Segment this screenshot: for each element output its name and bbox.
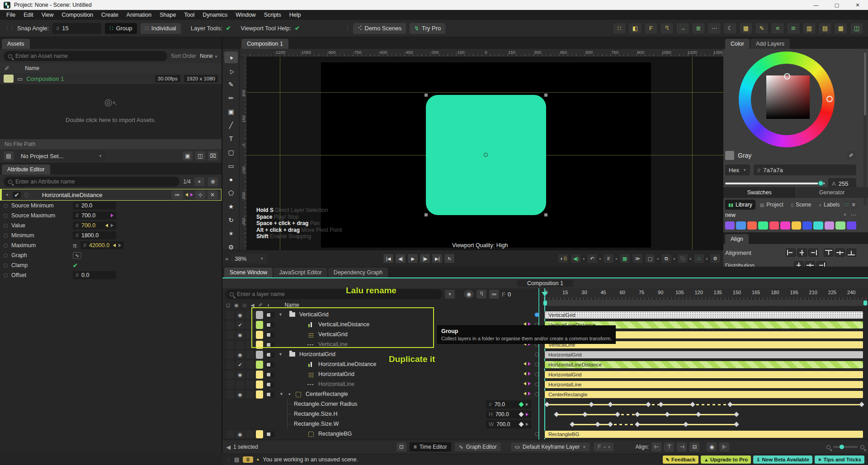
layer-name[interactable]: Rectangle.Size.W	[294, 421, 339, 427]
layer-slot[interactable]	[226, 331, 234, 339]
keyframe-value-field[interactable]: H700.0	[486, 410, 531, 418]
timeline-bar-horizontalgrid[interactable]: HorizontalGrid	[544, 371, 863, 379]
folder-chevron-icon[interactable]: ▼	[278, 352, 283, 357]
grid-overlay-icon[interactable]: #	[603, 254, 614, 263]
layer-toggle[interactable]	[266, 362, 275, 368]
attribute-options-icon[interactable]: ≔	[171, 190, 183, 199]
beta-button[interactable]: ⇩New Beta Available	[753, 456, 812, 464]
assets-tab[interactable]: Assets	[2, 39, 30, 49]
star-tool[interactable]: ★	[224, 201, 238, 212]
swatch-chip-1[interactable]	[736, 221, 745, 230]
align-keys-center-icon[interactable]: ⊤	[664, 442, 674, 451]
onion-skin-icon[interactable]: ◉	[464, 290, 474, 299]
key-nav-icons[interactable]	[524, 392, 531, 395]
zoom-select[interactable]: 38%▼	[231, 254, 267, 263]
pivot-point[interactable]	[484, 153, 488, 157]
eye-icon[interactable]: ◉	[234, 302, 239, 308]
trash-icon[interactable]: ⌧	[208, 151, 218, 160]
layer-slot[interactable]	[226, 430, 234, 438]
grid-dots-icon[interactable]: ∷	[613, 23, 626, 34]
keyframe-diamond[interactable]	[727, 402, 732, 407]
viewport-tool-help-check[interactable]: ✔	[295, 25, 300, 32]
layer-search-input[interactable]: Enter a layer name	[225, 289, 442, 299]
hex-input[interactable]: #7a7a7a	[754, 164, 856, 175]
prev-frame-button[interactable]: ◀|	[395, 254, 406, 263]
layer-row-rectangle-corner-radius[interactable]: #70.0Rectangle.Corner Radius	[222, 399, 542, 409]
align-left-icon[interactable]: ≡	[771, 23, 784, 34]
swatch-chip-7[interactable]	[802, 221, 812, 230]
pin-icon[interactable]: ⊹	[195, 190, 205, 199]
panel-icon[interactable]: ◫	[195, 151, 205, 160]
keyframe-diamond-icon[interactable]	[519, 422, 524, 427]
timeline-bar-horizontalgrid[interactable]: HorizontalGrid	[544, 351, 863, 359]
group-pivot-button[interactable]: ∷Group	[105, 23, 137, 34]
layer-name[interactable]: HorizontalLineDistance	[318, 361, 377, 367]
color-scrollbar[interactable]	[863, 52, 867, 205]
align-top-button[interactable]	[824, 249, 834, 257]
box-3d-icon[interactable]: ◧	[628, 23, 642, 34]
enabled-check-icon[interactable]: ✔	[236, 321, 244, 329]
swatch-chip-11[interactable]	[847, 221, 856, 230]
upgrade-button[interactable]: ▲Upgrade to Pro	[701, 456, 751, 464]
layer-tools-check[interactable]: ✔	[226, 25, 231, 32]
ripple-icon[interactable]: ⊩	[719, 442, 729, 451]
layer-slot[interactable]	[226, 311, 234, 319]
menu-animation[interactable]: Animation	[123, 11, 156, 19]
keyframe-diamond[interactable]	[608, 422, 613, 427]
guide-line-h1[interactable]	[247, 92, 723, 93]
visibility-eye-icon[interactable]: ◉	[236, 331, 244, 339]
sort-order-select[interactable]: None ▼	[200, 53, 218, 59]
ff-icon[interactable]: ≫	[632, 254, 643, 263]
align-keys-left-icon[interactable]: ⊢	[651, 442, 661, 451]
saturation-square[interactable]	[766, 75, 810, 119]
layer-name[interactable]: CenterRectangle	[306, 391, 348, 397]
layer-color-swatch[interactable]	[256, 351, 263, 359]
viewport-canvas[interactable]: Hold S Direct Layer SelectionSpace Play/…	[247, 57, 723, 250]
expression-icon[interactable]: π	[73, 242, 77, 249]
time-editor-button[interactable]: ≡Time Editor	[409, 442, 452, 452]
close-button[interactable]: ✕	[847, 0, 868, 10]
horizontal-ruler[interactable]: -1200-1050-900-750-600-450-300-150015030…	[240, 49, 723, 57]
dock-icon[interactable]: ⊡	[396, 442, 406, 451]
frame-value[interactable]: 0	[508, 291, 511, 298]
keyframe-diamond[interactable]	[658, 402, 663, 407]
keyframe-diamond[interactable]	[696, 412, 701, 417]
keyframe-diamond[interactable]	[595, 422, 600, 427]
timeline-ruler[interactable]: 0153045607590105120135150165180195210225…	[542, 288, 868, 300]
menu-help[interactable]: Help	[286, 11, 305, 19]
keyframe-value-field[interactable]: #70.0	[486, 400, 531, 409]
graph-icon[interactable]: ∿	[73, 252, 81, 259]
value-field[interactable]: #700.0	[73, 221, 116, 230]
timeline-zoom-slider[interactable]	[833, 446, 858, 448]
layer-row-rectanglebg[interactable]: ◉RectangleBG	[222, 429, 542, 439]
keyframe-diamond[interactable]	[734, 412, 739, 417]
layer-row-rectangle-size-w[interactable]: W700.0Rectangle.Size.W	[222, 419, 542, 429]
graph-editor-button[interactable]: ∿Graph Editor	[454, 442, 501, 452]
zoom-out-icon[interactable]	[826, 445, 830, 449]
clamp-check[interactable]: ✔	[73, 262, 78, 269]
guide-line-v2[interactable]	[692, 57, 693, 250]
keyframe-diamond[interactable]	[690, 402, 695, 407]
set-chevron-icon[interactable]: ▼	[843, 213, 847, 217]
selection-handle-br[interactable]	[544, 213, 547, 216]
direct-select-tool[interactable]: △	[224, 65, 238, 77]
copy-icon-caret[interactable]: ▸	[690, 257, 692, 261]
backplate-toggle[interactable]: ◖ 0	[558, 254, 569, 263]
keyframe-diamond[interactable]	[570, 422, 575, 427]
keyframe-diamond[interactable]	[554, 412, 559, 417]
keyed-dot-icon[interactable]: ●	[288, 392, 290, 395]
layer-slot[interactable]	[236, 341, 244, 349]
ellipse-tool[interactable]: ●	[224, 174, 238, 185]
align-bottom-button[interactable]	[846, 249, 856, 257]
prev-key-icon[interactable]	[113, 244, 116, 247]
skip-end-button[interactable]: ▶|	[432, 254, 443, 263]
swatch-chip-2[interactable]	[747, 221, 757, 230]
keyframe-diamond[interactable]	[635, 422, 640, 427]
vertical-ruler[interactable]: 3001500-150-300-450	[240, 57, 247, 250]
current-color-swatch[interactable]	[725, 151, 734, 160]
copy-icon[interactable]: ⿻	[677, 254, 688, 263]
visibility-eye-icon[interactable]: ◉	[236, 390, 244, 399]
swatch-chip-10[interactable]	[835, 221, 845, 230]
keyframe-diamond[interactable]	[589, 402, 594, 407]
collapse-chevron-icon[interactable]: ▼	[5, 193, 9, 197]
